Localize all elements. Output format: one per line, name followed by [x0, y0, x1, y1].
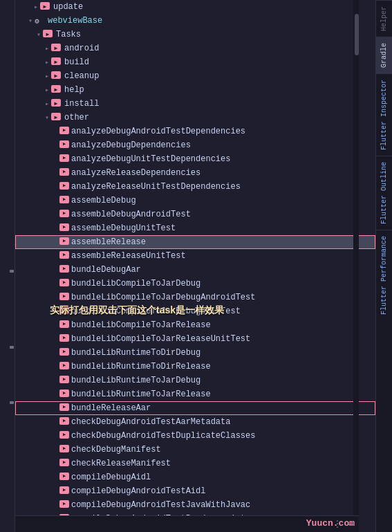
scroll-mark-2: [10, 346, 14, 349]
task-icon-checkReleaseManifest: ▶: [59, 459, 69, 469]
task-icon-bundleLibCompileToJarDebugAndroidTest: ▶: [59, 293, 69, 303]
tree-label-assembleReleaseUnitTest: assembleReleaseUnitTest: [71, 251, 375, 261]
tree-content: ▶update⚙️webviewBase▶Tasks▶android▶build…: [15, 0, 375, 532]
tree-item-assembleRelease[interactable]: ▶assembleRelease: [15, 235, 375, 249]
tree-item-webviewBase[interactable]: ⚙️webviewBase: [15, 14, 375, 28]
sidebar-tab-gradle[interactable]: Gradle: [376, 37, 392, 73]
sidebar-tab-helper[interactable]: Helper: [376, 0, 392, 37]
tree-item-bundleLibRuntimeToDirRelease[interactable]: ▶bundleLibRuntimeToDirRelease: [15, 360, 375, 374]
tree-item-compileDebugAndroidTestJavaWithJavac[interactable]: ▶compileDebugAndroidTestJavaWithJavac: [15, 498, 375, 512]
tree-item-other[interactable]: ▶other: [15, 111, 375, 125]
tree-label-compileDebugAidl: compileDebugAidl: [71, 473, 375, 482]
tree-label-analyzeDebugDependencies: analyzeDebugDependencies: [71, 140, 375, 150]
scroll-indicator[interactable]: [353, 0, 359, 515]
tree-label-bundleLibRuntimeToDirDebug: bundleLibRuntimeToDirDebug: [71, 348, 375, 358]
task-icon-assembleRelease: ▶: [59, 237, 69, 248]
tree-item-analyzeDebugAndroidTestDependencies[interactable]: ▶analyzeDebugAndroidTestDependencies: [15, 125, 375, 138]
scroll-mark-1: [10, 270, 14, 273]
tree-item-Tasks[interactable]: ▶Tasks: [15, 28, 375, 42]
sidebar-tab-gradle-label: Gradle: [380, 43, 388, 68]
sidebar-tab-flutter-inspector[interactable]: Flutter Inspector: [376, 73, 392, 156]
folder-icon-Tasks: ▶: [43, 30, 54, 39]
task-icon-bundleLibRuntimeToJarRelease: ▶: [59, 389, 69, 400]
scroll-thumb[interactable]: [355, 14, 359, 55]
tree-label-bundleLibRuntimeToJarRelease: bundleLibRuntimeToJarRelease: [71, 389, 375, 399]
tree-item-compileDebugAndroidTestAidl[interactable]: ▶compileDebugAndroidTestAidl: [15, 484, 375, 498]
tree-label-android: android: [64, 44, 375, 53]
tree-item-analyzeDebugDependencies[interactable]: ▶analyzeDebugDependencies: [15, 138, 375, 152]
task-icon-bundleLibRuntimeToDirDebug: ▶: [59, 348, 69, 358]
tree-item-install[interactable]: ▶install: [15, 97, 375, 111]
tree-label-assembleDebug: assembleDebug: [71, 196, 375, 205]
tree-item-bundleLibCompileToJarReleaseUnitTest[interactable]: ▶bundleLibCompileToJarReleaseUnitTest: [15, 332, 375, 346]
tree-item-update[interactable]: ▶update: [15, 0, 375, 14]
tooltip-text: 实际打包用双击下面这个task是一样效果: [50, 304, 224, 315]
tree-item-bundleLibCompileToJarDebugAndroidTest[interactable]: ▶bundleLibCompileToJarDebugAndroidTest: [15, 291, 375, 304]
tree-item-build[interactable]: ▶build: [15, 55, 375, 69]
tree-arrow-other[interactable]: [43, 113, 51, 122]
tree-item-bundleLibRuntimeToJarRelease[interactable]: ▶bundleLibRuntimeToJarRelease: [15, 387, 375, 401]
scroll-mark-3: [10, 401, 14, 404]
tree-item-analyzeReleaseDependencies[interactable]: ▶analyzeReleaseDependencies: [15, 166, 375, 180]
tree-label-bundleLibRuntimeToDirRelease: bundleLibRuntimeToDirRelease: [71, 362, 375, 372]
tree-item-bundleLibRuntimeToDirDebug[interactable]: ▶bundleLibRuntimeToDirDebug: [15, 346, 375, 360]
folder-icon-other: ▶: [51, 113, 62, 122]
tree-arrow-install[interactable]: [43, 100, 51, 108]
tree-item-bundleLibCompileToJarRelease[interactable]: ▶bundleLibCompileToJarRelease: [15, 318, 375, 332]
tree-arrow-Tasks[interactable]: [35, 30, 43, 39]
task-icon-assembleReleaseUnitTest: ▶: [59, 251, 69, 262]
tree-arrow-help[interactable]: [43, 86, 51, 94]
tree-label-install: install: [64, 99, 375, 109]
tree-label-build: build: [64, 57, 375, 67]
tree-label-bundleLibCompileToJarReleaseUnitTest: bundleLibCompileToJarReleaseUnitTest: [71, 334, 375, 344]
folder-icon-cleanup: ▶: [51, 71, 62, 81]
tree-item-assembleDebug[interactable]: ▶assembleDebug: [15, 194, 375, 208]
tree-item-checkDebugManifest[interactable]: ▶checkDebugManifest: [15, 443, 375, 457]
task-icon-bundleLibRuntimeToDirRelease: ▶: [59, 362, 69, 372]
tree-item-assembleDebugAndroidTest[interactable]: ▶assembleDebugAndroidTest: [15, 208, 375, 221]
tree-item-analyzeDebugUnitTestDependencies[interactable]: ▶analyzeDebugUnitTestDependencies: [15, 152, 375, 166]
tree-item-bundleReleaseAar[interactable]: ▶bundleReleaseAar: [15, 401, 375, 415]
tree-label-checkDebugAndroidTestAarMetadata: checkDebugAndroidTestAarMetadata: [71, 417, 375, 427]
task-icon-compileDebugAndroidTestAidl: ▶: [59, 486, 69, 497]
tree-label-checkDebugManifest: checkDebugManifest: [71, 445, 375, 455]
tree-panel[interactable]: ▶update⚙️webviewBase▶Tasks▶android▶build…: [15, 0, 375, 532]
tree-arrow-update[interactable]: [32, 3, 40, 11]
tree-item-compileDebugAidl[interactable]: ▶compileDebugAidl: [15, 470, 375, 484]
folder-icon-help: ▶: [51, 85, 62, 95]
tree-item-bundleLibRuntimeToJarDebug[interactable]: ▶bundleLibRuntimeToJarDebug: [15, 374, 375, 387]
tree-item-bundleLibCompileToJarDebug[interactable]: ▶bundleLibCompileToJarDebug: [15, 277, 375, 291]
tree-arrow-build[interactable]: [43, 58, 51, 66]
task-icon-assembleDebugAndroidTest: ▶: [59, 210, 69, 220]
tree-item-android[interactable]: ▶android: [15, 42, 375, 55]
tree-item-checkDebugAndroidTestDuplicateClasses[interactable]: ▶checkDebugAndroidTestDuplicateClasses: [15, 429, 375, 443]
task-icon-analyzeDebugAndroidTestDependencies: ▶: [59, 127, 69, 137]
task-icon-checkDebugAndroidTestDuplicateClasses: ▶: [59, 431, 69, 441]
task-icon-bundleDebugAar: ▶: [59, 265, 69, 275]
tree-label-help: help: [64, 85, 375, 95]
folder-icon-build: ▶: [51, 57, 62, 67]
tree-label-Tasks: Tasks: [56, 30, 375, 39]
tree-item-cleanup[interactable]: ▶cleanup: [15, 69, 375, 83]
task-icon-compileDebugAndroidTestJavaWithJavac: ▶: [59, 500, 69, 511]
tree-item-bundleDebugAar[interactable]: ▶bundleDebugAar: [15, 263, 375, 277]
tree-item-analyzeReleaseUnitTestDependencies[interactable]: ▶analyzeReleaseUnitTestDependencies: [15, 180, 375, 194]
tree-item-assembleReleaseUnitTest[interactable]: ▶assembleReleaseUnitTest: [15, 249, 375, 263]
task-icon-assembleDebugUnitTest: ▶: [59, 223, 69, 234]
sidebar-tab-flutter-outline[interactable]: Flutter Outline: [376, 156, 392, 230]
tree-arrow-webviewBase[interactable]: [26, 17, 35, 25]
tree-label-assembleRelease: assembleRelease: [71, 237, 375, 247]
tree-label-cleanup: cleanup: [64, 71, 375, 81]
tree-item-assembleDebugUnitTest[interactable]: ▶assembleDebugUnitTest: [15, 221, 375, 235]
tree-item-help[interactable]: ▶help: [15, 83, 375, 97]
tree-label-checkReleaseManifest: checkReleaseManifest: [71, 459, 375, 468]
tree-item-checkDebugAndroidTestAarMetadata[interactable]: ▶checkDebugAndroidTestAarMetadata: [15, 415, 375, 429]
tree-item-checkReleaseManifest[interactable]: ▶checkReleaseManifest: [15, 457, 375, 470]
tree-label-assembleDebugUnitTest: assembleDebugUnitTest: [71, 223, 375, 233]
tree-arrow-cleanup[interactable]: [43, 72, 51, 80]
sidebar-tab-flutter-performance[interactable]: Flutter Performance: [376, 230, 392, 320]
tree-label-compileDebugAndroidTestAidl: compileDebugAndroidTestAidl: [71, 486, 375, 496]
tree-arrow-android[interactable]: [43, 44, 51, 53]
sidebar-tab-helper-label: Helper: [380, 6, 388, 31]
tree-label-analyzeDebugAndroidTestDependencies: analyzeDebugAndroidTestDependencies: [71, 127, 375, 136]
